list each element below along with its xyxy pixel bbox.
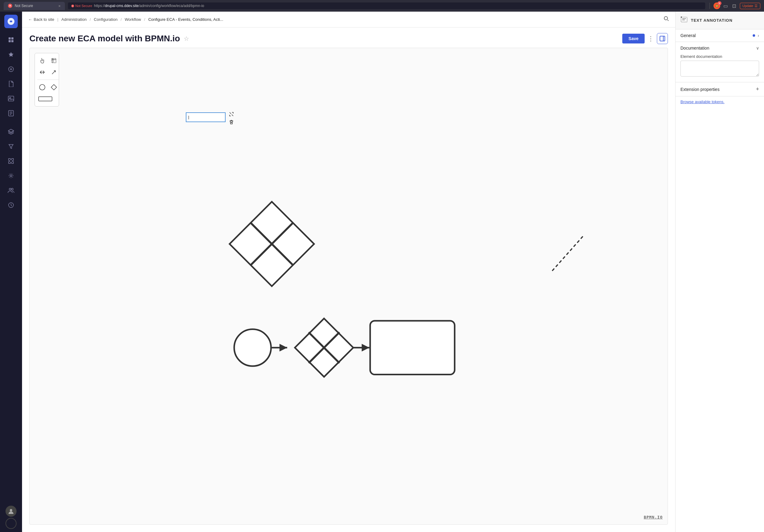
app-wrapper: ← Back to site | Administration / Config…	[0, 12, 764, 532]
documentation-section: Documentation ∨ Element documentation	[675, 42, 764, 82]
expand-icon[interactable]	[228, 111, 235, 117]
panel-title: TEXT ANNOTATION	[691, 18, 732, 23]
top-bar: ← Back to site | Administration / Config…	[22, 12, 675, 28]
bpmn-canvas[interactable]: BPMN.IO	[29, 48, 668, 525]
documentation-header[interactable]: Documentation ∨	[675, 42, 764, 54]
breadcrumb-configuration[interactable]: Configuration	[94, 17, 117, 22]
breadcrumb-workflow[interactable]: Workflow	[125, 17, 141, 22]
page-title: Create new ECA model with BPMN.io	[29, 34, 180, 44]
panel-header: TEXT ANNOTATION	[675, 12, 764, 29]
browse-tokens-link[interactable]: Browse available tokens.	[675, 96, 764, 107]
svg-line-25	[552, 236, 583, 271]
svg-marker-27	[280, 344, 287, 351]
annotation-text-input[interactable]	[186, 112, 226, 122]
documentation-label: Documentation	[680, 46, 756, 51]
sidebar-item-layers[interactable]	[4, 125, 18, 138]
diamond-shape-tool[interactable]	[49, 82, 59, 92]
general-label: General	[680, 33, 753, 38]
search-button[interactable]	[664, 16, 669, 23]
sidebar-item-dashboard[interactable]	[4, 33, 18, 47]
tool-divider	[37, 80, 59, 80]
address-bar[interactable]: ! Not Secure https://drupal-cms.ddev.sit…	[68, 2, 705, 9]
svg-marker-20	[51, 85, 57, 90]
back-to-site-link[interactable]: ← Back to site	[28, 17, 54, 22]
svg-point-19	[40, 85, 45, 90]
extension-add-button[interactable]: +	[756, 86, 759, 92]
svg-rect-17	[660, 36, 665, 41]
sidebar-item-document[interactable]	[4, 77, 18, 90]
page-header: Create new ECA model with BPMN.io ☆ Save…	[22, 28, 675, 48]
update-button[interactable]: Update ☰	[740, 3, 760, 9]
arrow-tool-button[interactable]	[49, 67, 59, 77]
gateway-shape-top[interactable]	[230, 202, 314, 286]
svg-point-12	[9, 188, 11, 190]
sidebar-item-filter[interactable]	[4, 140, 18, 153]
sidebar-item-settings[interactable]	[4, 169, 18, 182]
sidebar-bottom	[6, 506, 17, 529]
sidebar-item-clock[interactable]	[4, 198, 18, 212]
more-options-button[interactable]: ⋮	[648, 35, 654, 42]
start-event	[234, 329, 271, 366]
bpmn-watermark: BPMN.IO	[644, 515, 663, 519]
select-tool-button[interactable]	[49, 56, 59, 66]
extensions-icon[interactable]: ⊡	[731, 3, 737, 9]
svg-rect-21	[39, 97, 52, 101]
hand-tool-button[interactable]	[37, 56, 47, 66]
tool-palette	[35, 53, 59, 106]
svg-point-16	[664, 17, 668, 20]
svg-text:!: !	[72, 5, 73, 7]
circle-shape-tool[interactable]	[37, 82, 47, 92]
not-secure-indicator: ! Not Secure	[71, 4, 92, 8]
general-section: General ›	[675, 29, 764, 42]
documentation-content: Element documentation	[675, 54, 764, 82]
svg-rect-8	[8, 96, 14, 101]
browser-chrome: ✕ Not Secure × ! Not Secure https://drup…	[0, 0, 764, 12]
header-actions: Save ⋮	[622, 33, 668, 44]
svg-rect-34	[681, 17, 687, 22]
layout-icon[interactable]: ▭	[723, 3, 729, 9]
extension-section: Extension properties +	[675, 82, 764, 96]
tab-title: Not Secure	[15, 4, 33, 8]
documentation-chevron-icon: ∨	[756, 46, 759, 51]
sidebar-logo[interactable]	[4, 15, 18, 28]
general-section-header[interactable]: General ›	[675, 29, 764, 42]
svg-rect-4	[11, 37, 13, 40]
panel-toggle-button[interactable]	[657, 33, 668, 44]
brave-badge: 1	[717, 1, 721, 5]
resize-tool-button[interactable]	[37, 67, 47, 77]
sidebar-item-starred[interactable]	[4, 48, 18, 61]
sidebar-item-puzzle[interactable]	[4, 154, 18, 168]
delete-icon[interactable]	[228, 119, 235, 125]
sidebar-item-add[interactable]	[4, 63, 18, 76]
breadcrumb-configure-eca: Configure ECA - Events, Conditions, Acti…	[148, 17, 223, 22]
breadcrumb-sep-3: /	[120, 17, 122, 22]
sidebar-item-users[interactable]	[4, 184, 18, 197]
back-arrow-icon: ←	[28, 17, 32, 22]
extension-label: Extension properties	[680, 87, 756, 92]
save-button[interactable]: Save	[622, 34, 645, 44]
bpmn-diagram-svg	[30, 48, 668, 524]
svg-rect-18	[52, 59, 56, 63]
svg-rect-6	[11, 40, 13, 42]
svg-rect-3	[9, 37, 11, 40]
svg-point-35	[681, 17, 682, 18]
element-doc-textarea[interactable]	[680, 61, 759, 77]
annotation-actions	[228, 111, 235, 125]
gateway-flow[interactable]	[295, 318, 353, 377]
general-chevron-icon: ›	[758, 33, 759, 38]
main-content: ← Back to site | Administration / Config…	[22, 12, 675, 532]
breadcrumb-administration[interactable]: Administration	[62, 17, 87, 22]
brave-icon[interactable]: 🦁 1	[713, 2, 720, 9]
task-shape[interactable]	[370, 321, 455, 375]
general-dot	[753, 34, 755, 37]
right-panel: TEXT ANNOTATION General › Documentation …	[675, 12, 764, 532]
sidebar-item-page[interactable]	[4, 106, 18, 120]
user-avatar[interactable]	[6, 506, 17, 517]
favorite-star-icon[interactable]: ☆	[184, 35, 189, 42]
tab-close-button[interactable]: ×	[58, 4, 61, 8]
rectangle-shape-tool[interactable]	[37, 94, 53, 104]
sidebar-item-media[interactable]	[4, 92, 18, 105]
browser-tab[interactable]: ✕ Not Secure ×	[4, 2, 65, 10]
svg-point-11	[10, 175, 12, 177]
breadcrumb-sep-1: |	[57, 17, 58, 22]
